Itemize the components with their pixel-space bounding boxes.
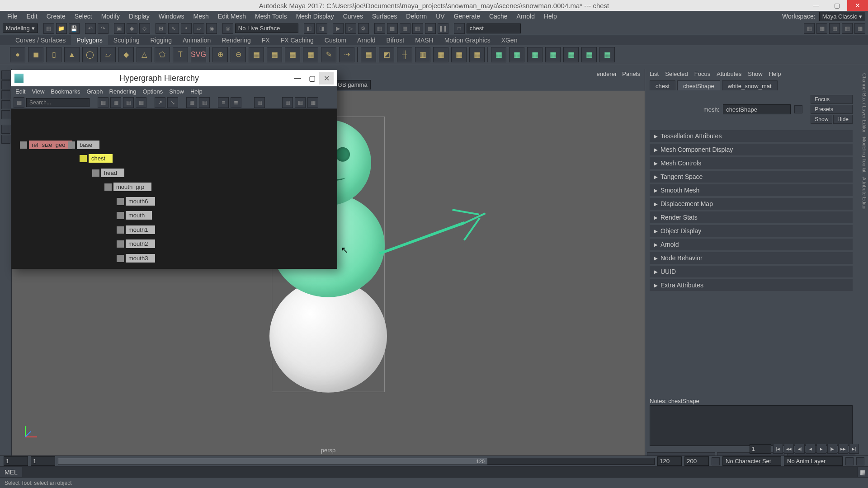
shelf-tab-rendering[interactable]: Rendering <box>216 35 256 45</box>
select-name-input[interactable] <box>467 23 521 33</box>
sculpt-icon1[interactable]: ▦ <box>491 47 506 62</box>
multicut-icon[interactable]: ✎ <box>321 47 336 62</box>
play-back-icon[interactable]: ◂ <box>806 444 816 454</box>
history-icon2[interactable]: ◨ <box>316 23 327 34</box>
ae-menu-selected[interactable]: Selected <box>665 70 688 77</box>
select-by-hierarchy-icon[interactable]: ▣ <box>114 23 125 34</box>
character-set-dropdown[interactable]: No Character Set <box>722 456 781 466</box>
snap-plane-icon[interactable]: ▱ <box>193 23 204 34</box>
render-settings-icon[interactable]: ⚙ <box>358 23 369 34</box>
snap-point-icon[interactable]: • <box>181 23 192 34</box>
menu-surfaces[interactable]: Surfaces <box>368 12 401 21</box>
maximize-button[interactable]: ▢ <box>826 0 847 11</box>
layout-icon5[interactable]: ▦ <box>854 23 865 34</box>
shelf-tab-motiongraphics[interactable]: Motion Graphics <box>439 35 496 45</box>
hg-icon[interactable]: ▦ <box>282 97 293 108</box>
hg-menu-help[interactable]: Help <box>190 88 203 95</box>
hg-menu-graph[interactable]: Graph <box>86 88 103 95</box>
anim-end-input[interactable] <box>684 456 709 466</box>
hg-icon[interactable]: ▦ <box>254 97 265 108</box>
poly-cube-icon[interactable]: ◼ <box>28 47 43 62</box>
misc-icon3[interactable]: ▦ <box>412 23 423 34</box>
rotate-tool-icon[interactable] <box>1 100 10 109</box>
ipr-icon[interactable]: ▷ <box>345 23 356 34</box>
hg-icon[interactable]: ≣ <box>231 97 241 108</box>
show-button[interactable]: Show <box>811 115 832 124</box>
hide-button[interactable]: Hide <box>833 115 853 124</box>
play-forward-icon[interactable]: ▸ <box>816 444 826 454</box>
range-icon[interactable] <box>712 457 720 465</box>
hg-icon[interactable]: ▦ <box>123 97 134 108</box>
hg-icon[interactable]: ≡ <box>218 97 229 108</box>
menu-generate[interactable]: Generate <box>449 12 485 21</box>
misc-icon4[interactable]: ▦ <box>425 23 436 34</box>
lasso-tool-icon[interactable] <box>1 80 10 89</box>
open-scene-icon[interactable]: 📁 <box>56 23 67 34</box>
section-arnold[interactable]: ▶Arnold <box>650 239 853 250</box>
new-scene-icon[interactable]: ▦ <box>43 23 54 34</box>
hg-menu-view[interactable]: View <box>32 88 44 95</box>
section-extra[interactable]: ▶Extra Attributes <box>650 279 853 291</box>
bridge-icon[interactable]: ╫ <box>397 47 412 62</box>
section-smooth-mesh[interactable]: ▶Smooth Mesh <box>650 184 853 196</box>
menu-cache[interactable]: Cache <box>485 12 512 21</box>
shelf-tab-fxcaching[interactable]: FX Caching <box>275 35 319 45</box>
sculpt-icon5[interactable]: ▦ <box>563 47 579 62</box>
focus-button[interactable]: Focus <box>811 95 853 104</box>
svg-icon[interactable]: SVG <box>191 47 206 62</box>
ae-menu-focus[interactable]: Focus <box>694 70 710 77</box>
step-back-key-icon[interactable]: ◂◂ <box>784 444 794 454</box>
section-render-stats[interactable]: ▶Render Stats <box>650 211 853 223</box>
ae-tab-chestshape[interactable]: chestShape <box>677 80 720 90</box>
anim-layer-dropdown[interactable]: No Anim Layer <box>784 456 843 466</box>
snap-curve-icon[interactable]: ∿ <box>168 23 179 34</box>
pause-icon[interactable]: ❚❚ <box>438 23 448 34</box>
poly-sphere-icon[interactable]: ● <box>10 47 25 62</box>
misc-icon[interactable]: ▦ <box>387 23 398 34</box>
smooth-icon[interactable]: ▦ <box>303 47 318 62</box>
hg-node-head[interactable]: head <box>91 168 125 178</box>
render-icon[interactable]: ▶ <box>333 23 344 34</box>
menu-set-dropdown[interactable]: Modeling▾ <box>3 23 38 33</box>
range-start2-input[interactable] <box>31 456 55 466</box>
hg-menu-show[interactable]: Show <box>169 88 184 95</box>
shelf-tab-animation[interactable]: Animation <box>177 35 216 45</box>
shelf-tab-rigging[interactable]: Rigging <box>145 35 177 45</box>
misc-icon2[interactable]: ▦ <box>400 23 410 34</box>
command-input[interactable] <box>22 467 857 477</box>
mesh-name-input[interactable] <box>723 104 791 114</box>
layout-icon3[interactable]: ▦ <box>829 23 840 34</box>
range-start-input[interactable] <box>4 456 28 466</box>
hg-menu-rendering[interactable]: Rendering <box>109 88 137 95</box>
shelf-tab-polygons[interactable]: Polygons <box>71 35 108 45</box>
workspace-dropdown[interactable]: Maya Classic▾ <box>819 12 865 21</box>
live-surface-dropdown[interactable]: No Live Surface <box>235 23 298 33</box>
extrude-icon[interactable]: ▦ <box>361 47 376 62</box>
hg-menu-edit[interactable]: Edit <box>15 88 25 95</box>
vp-menu-renderer[interactable]: enderer <box>596 70 617 77</box>
shelf-tab-arnold[interactable]: Arnold <box>352 35 381 45</box>
script-editor-icon[interactable]: ▦ <box>857 467 868 477</box>
right-edge-tabs[interactable]: Channel Box / Layer Editor Modeling Tool… <box>857 69 868 465</box>
hg-node-mouth3[interactable]: mouth3 <box>116 253 156 263</box>
shelf-icon2[interactable]: ▦ <box>451 47 467 62</box>
minimize-button[interactable]: — <box>806 0 826 11</box>
hg-node-chest[interactable]: chest <box>79 153 113 164</box>
menu-edit[interactable]: Edit <box>22 12 42 21</box>
section-tangent[interactable]: ▶Tangent Space <box>650 171 853 183</box>
hg-menu-bookmarks[interactable]: Bookmarks <box>51 88 80 95</box>
target-weld-icon[interactable]: ⇢ <box>339 47 354 62</box>
select-by-name-icon[interactable]: □ <box>454 23 465 34</box>
shelf-icon3[interactable]: ▦ <box>469 47 485 62</box>
fill-hole-icon[interactable]: ▦ <box>267 47 282 62</box>
poly-disc-icon[interactable]: ◆ <box>118 47 134 62</box>
goto-end-icon[interactable]: ▸| <box>849 444 859 454</box>
hypergraph-minimize-button[interactable]: — <box>290 72 305 84</box>
hg-icon[interactable]: ▦ <box>136 97 146 108</box>
hypergraph-maximize-button[interactable]: ▢ <box>305 72 319 84</box>
shelf-icon[interactable]: ▦ <box>433 47 448 62</box>
snap-grid-icon[interactable]: ⊞ <box>156 23 166 34</box>
menu-help[interactable]: Help <box>539 12 561 21</box>
poly-type-icon[interactable]: T <box>173 47 188 62</box>
current-frame-input[interactable] <box>750 444 771 454</box>
